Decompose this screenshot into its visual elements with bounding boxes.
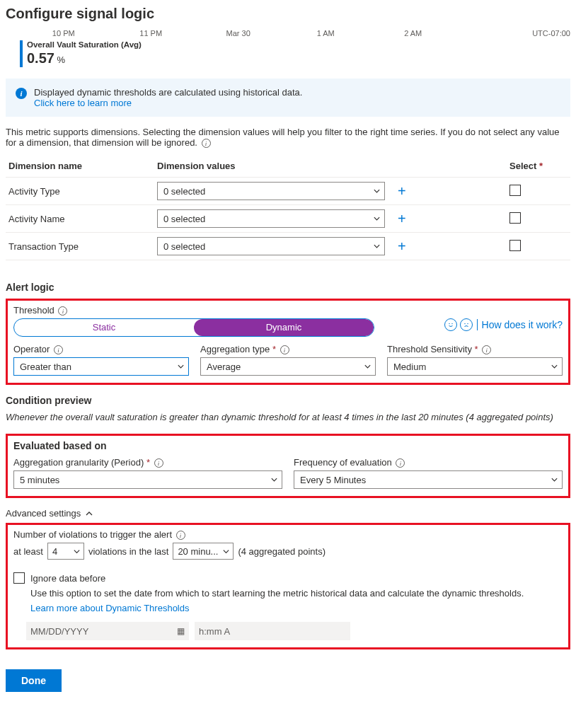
time-tick: 2 AM [369,29,456,37]
aggregation-label-text: Aggregation type [200,344,270,354]
dimensions-intro: This metric supports dimensions. Selecti… [6,127,570,148]
frequency-select[interactable]: Every 5 Minutes [294,470,563,489]
condition-preview-heading: Condition preview [6,395,570,406]
info-icon[interactable]: i [58,306,67,316]
info-icon[interactable]: i [280,345,289,354]
page-title: Configure signal logic [6,6,570,22]
metric-color-bar [20,40,23,67]
chevron-up-icon [85,509,93,518]
col-select-label: Select [509,161,536,171]
ignore-data-checkbox[interactable] [13,572,25,584]
violations-label-text: Number of violations to trigger the aler… [13,529,172,540]
sensitivity-select[interactable]: Medium [387,357,563,376]
time-tick: 10 PM [20,29,107,37]
chevron-down-icon [222,548,230,555]
sensitivity-label-text: Threshold Sensitivity [387,344,472,354]
table-row: Activity Type 0 selected + [6,178,570,205]
dim-name: Activity Name [6,205,154,233]
info-text: Displayed dynamic thresholds are calcula… [34,87,302,98]
smile-icon[interactable] [444,318,457,331]
info-icon[interactable]: i [396,458,405,468]
dim-values-select[interactable]: 0 selected [157,182,385,200]
svg-point-3 [467,323,468,324]
time-tick: 1 AM [282,29,369,37]
operator-select[interactable]: Greater than [13,357,189,376]
operator-value: Greater than [20,362,71,372]
threshold-label: Threshold i [13,305,563,316]
add-dimension-button[interactable]: + [391,238,406,254]
operator-label-text: Operator [13,344,50,354]
info-icon[interactable]: i [54,345,63,354]
violations-prefix: at least [13,546,43,557]
operator-label: Operator i [13,344,189,354]
advanced-settings-label: Advanced settings [6,508,81,519]
svg-point-2 [464,323,465,324]
dim-values-select[interactable]: 0 selected [157,209,385,228]
sensitivity-label: Threshold Sensitivity * i [387,344,563,354]
info-icon[interactable]: i [154,458,163,468]
svg-point-0 [449,323,449,324]
frequency-value: Every 5 Minutes [300,475,366,485]
ignore-date-input[interactable]: MM/DD/YYYY ▦ [26,622,189,640]
aggregation-label: Aggregation type * i [200,344,376,354]
time-tick: Mar 30 [195,29,282,37]
aggregation-select[interactable]: Average [200,357,376,376]
granularity-label-text: Aggregation granularity (Period) [13,457,144,468]
evaluated-based-on-box: Evaluated based on Aggregation granulari… [6,434,570,498]
col-dimension-name: Dimension name [6,155,154,178]
svg-point-1 [451,323,452,324]
condition-preview-text: Whenever the overall vault saturation is… [6,412,570,422]
frequency-label: Frequency of evaluation i [294,457,563,468]
threshold-dynamic-option[interactable]: Dynamic [194,319,374,336]
frown-icon[interactable] [460,318,473,331]
table-row: Activity Name 0 selected + [6,205,570,233]
metric-summary: Overall Vault Saturation (Avg) 0.57 % [6,40,570,67]
ignore-time-input[interactable]: h:mm A [195,622,350,640]
advanced-settings-toggle[interactable]: Advanced settings [6,508,570,519]
col-select: Select * [507,155,570,178]
select-checkbox[interactable] [509,240,521,251]
dim-values-select[interactable]: 0 selected [157,237,385,255]
select-checkbox[interactable] [509,185,521,196]
dim-values-text: 0 selected [163,186,205,197]
date-placeholder: MM/DD/YYYY [30,626,88,637]
granularity-value: 5 minutes [20,475,59,485]
violations-count-value: 4 [52,546,57,557]
violations-middle: violations in the last [88,546,168,557]
aggregation-value: Average [207,362,241,372]
chevron-down-icon [73,548,81,555]
dim-values-text: 0 selected [163,241,205,252]
metric-value: 0.57 [27,50,54,66]
how-does-it-work-link[interactable]: How does it work? [477,319,563,330]
time-placeholder: h:mm A [199,626,230,637]
info-icon[interactable]: i [176,531,185,540]
granularity-select[interactable]: 5 minutes [13,470,282,489]
col-spacer [388,155,507,178]
violations-row: at least 4 violations in the last 20 min… [13,543,326,560]
alert-logic-heading: Alert logic [6,282,570,293]
ignore-data-label: Ignore data before [30,573,105,584]
alert-logic-box: Threshold i Static Dynamic How does it w… [6,299,570,385]
info-banner: i Displayed dynamic thresholds are calcu… [6,79,570,117]
violations-label: Number of violations to trigger the aler… [13,529,563,540]
threshold-static-option[interactable]: Static [14,319,194,336]
granularity-label: Aggregation granularity (Period) * i [13,457,282,468]
info-icon[interactable]: i [482,345,491,354]
calendar-icon: ▦ [177,626,185,636]
violations-window-value: 20 minu... [178,546,218,557]
advanced-settings-box: Number of violations to trigger the aler… [6,523,570,649]
info-icon[interactable]: i [202,139,211,148]
dimensions-intro-text: This metric supports dimensions. Selecti… [6,127,560,148]
violations-suffix: (4 aggregated points) [238,546,326,557]
metric-unit: % [57,54,66,65]
add-dimension-button[interactable]: + [391,211,406,226]
dimensions-table: Dimension name Dimension values Select *… [6,155,570,260]
learn-more-dynamic-link[interactable]: Learn more about Dynamic Thresholds [30,603,190,613]
threshold-toggle: Static Dynamic [13,318,374,337]
done-button[interactable]: Done [6,669,62,692]
select-checkbox[interactable] [509,212,521,224]
col-dimension-values: Dimension values [154,155,388,178]
info-learn-more-link[interactable]: Click here to learn more [34,98,132,108]
sensitivity-value: Medium [393,362,426,372]
add-dimension-button[interactable]: + [391,183,406,199]
